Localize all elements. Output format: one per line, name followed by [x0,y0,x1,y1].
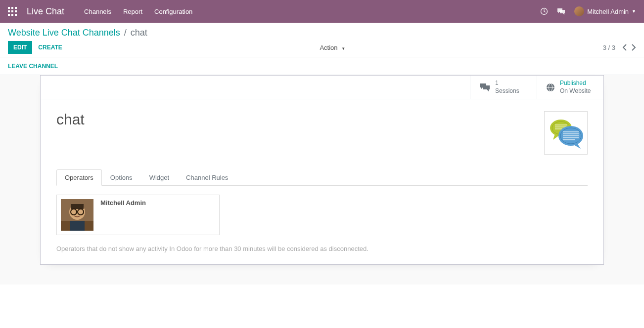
tabs: Operators Options Widget Channel Rules [56,169,588,186]
nav-configuration[interactable]: Configuration [154,8,192,15]
svg-rect-19 [71,204,84,209]
tab-channel-rules[interactable]: Channel Rules [178,169,236,186]
sessions-label: Sessions [495,87,519,95]
nav-right: Mitchell Admin ▼ [540,6,636,16]
sessions-count: 1 [495,80,519,87]
nav-menu: Channels Report Configuration [84,8,540,15]
pager-next[interactable] [632,44,636,51]
pager-prev[interactable] [622,44,627,51]
pager-text: 3 / 3 [603,44,615,51]
breadcrumb-current: chat [131,28,147,38]
help-text: Operators that do not show any activity … [56,245,588,252]
breadcrumb-sep: / [124,28,127,38]
edit-button[interactable]: Edit [8,41,32,54]
leave-channel-button[interactable]: Leave Channel [8,63,58,70]
form-sheet: 1 Sessions Published On Website chat [40,75,604,265]
apps-icon[interactable] [8,7,17,16]
breadcrumb: Website Live Chat Channels / chat [8,28,636,38]
record-title: chat [56,111,85,128]
control-panel: Website Live Chat Channels / chat Edit C… [0,23,644,57]
operator-avatar [61,199,93,231]
operator-name: Mitchell Admin [100,199,146,206]
sheet-bg: 1 Sessions Published On Website chat [0,75,644,285]
nav-channels[interactable]: Channels [84,8,111,15]
caret-down-icon: ▼ [632,9,636,14]
published-value: Published [560,80,591,87]
tab-options[interactable]: Options [102,169,141,186]
navbar: Live Chat Channels Report Configuration … [0,0,644,23]
conversations-icon[interactable] [557,8,565,15]
svg-rect-23 [70,221,85,231]
operator-card[interactable]: Mitchell Admin [56,195,220,235]
nav-report[interactable]: Report [123,8,142,15]
action-dropdown[interactable]: Action ▼ [320,44,345,51]
button-box: 1 Sessions Published On Website [41,76,603,99]
avatar-icon [574,6,584,16]
action-label: Action [320,44,337,51]
comments-icon [479,83,490,92]
tab-operators[interactable]: Operators [56,169,102,186]
user-menu[interactable]: Mitchell Admin ▼ [574,6,636,16]
globe-icon [546,83,555,92]
channel-image [544,111,588,155]
brand[interactable]: Live Chat [27,6,64,17]
activities-icon[interactable] [540,7,548,15]
sessions-stat[interactable]: 1 Sessions [470,76,537,99]
leave-row: Leave Channel [0,57,644,75]
caret-down-icon: ▼ [341,46,345,51]
breadcrumb-parent[interactable]: Website Live Chat Channels [8,28,120,38]
published-label: On Website [560,87,591,95]
create-button[interactable]: Create [38,44,62,51]
user-name: Mitchell Admin [587,8,629,15]
published-stat[interactable]: Published On Website [537,76,603,99]
tab-widget[interactable]: Widget [141,169,178,186]
